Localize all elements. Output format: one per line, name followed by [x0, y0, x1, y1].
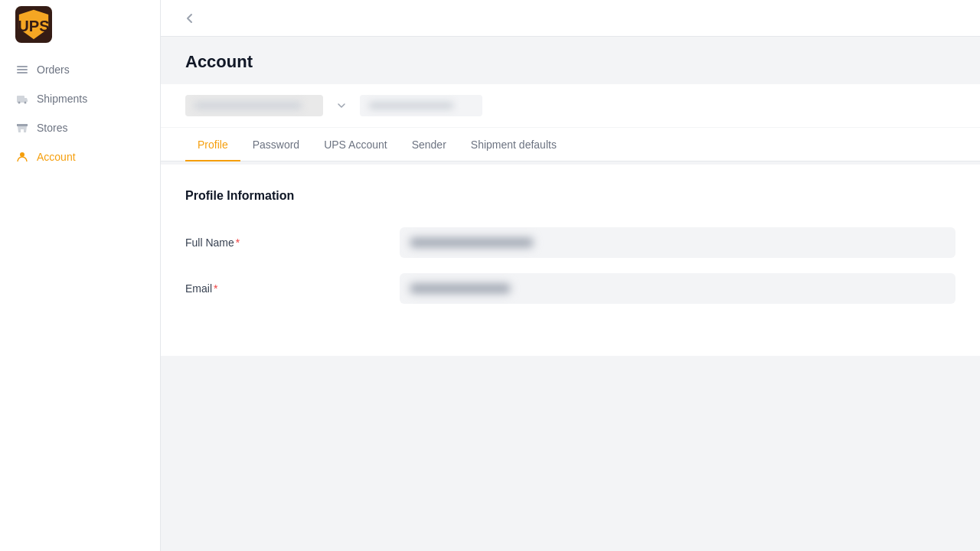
- svg-point-8: [18, 102, 21, 104]
- full-name-label: Full Name*: [185, 236, 400, 249]
- sidebar-logo: UPS: [0, 0, 160, 49]
- sidebar-item-orders-label: Orders: [37, 64, 70, 76]
- tab-shipment-defaults[interactable]: Shipment defaults: [459, 128, 569, 161]
- page-header: Account: [161, 37, 980, 84]
- account-switcher-row: [161, 84, 980, 128]
- sidebar-item-account-label: Account: [37, 151, 76, 163]
- email-value-blurred: [410, 284, 510, 293]
- profile-section: Profile Information Full Name* Email*: [161, 165, 980, 356]
- svg-point-11: [20, 152, 24, 157]
- account-icon: [15, 150, 29, 164]
- account-email-blurred: [369, 102, 453, 109]
- tab-ups-account[interactable]: UPS Account: [312, 128, 400, 161]
- account-name-blurred: [194, 102, 302, 109]
- full-name-input-wrapper: [400, 227, 956, 258]
- email-input-wrapper: [400, 273, 956, 304]
- sidebar-item-stores-label: Stores: [37, 122, 67, 134]
- sidebar-item-shipments-label: Shipments: [37, 93, 87, 105]
- sidebar-item-shipments[interactable]: Shipments: [0, 84, 160, 113]
- account-card: Profile Password UPS Account Sender Ship…: [161, 84, 980, 161]
- sidebar-nav: Orders Shipments: [0, 49, 160, 551]
- sidebar: UPS Orders: [0, 0, 161, 551]
- orders-icon: [15, 63, 29, 77]
- top-bar: [161, 0, 980, 37]
- account-dropdown-button[interactable]: [332, 96, 351, 115]
- bottom-section: [161, 356, 980, 551]
- page-title: Account: [185, 52, 956, 72]
- full-name-required: *: [236, 236, 240, 249]
- sidebar-item-stores[interactable]: Stores: [0, 113, 160, 142]
- svg-rect-7: [17, 96, 24, 103]
- account-email-box: [360, 95, 482, 116]
- svg-point-9: [24, 102, 27, 104]
- main-content: Account Profile Password UPS Account Sen…: [161, 0, 980, 551]
- email-label: Email*: [185, 282, 400, 295]
- svg-rect-4: [17, 66, 28, 67]
- stores-icon: [15, 121, 29, 135]
- tabs-row: Profile Password UPS Account Sender Ship…: [161, 128, 980, 161]
- svg-rect-6: [17, 72, 28, 73]
- svg-rect-5: [17, 69, 28, 70]
- profile-section-title: Profile Information: [185, 189, 956, 203]
- tab-profile[interactable]: Profile: [185, 128, 240, 161]
- ups-logo-icon: UPS: [15, 6, 52, 43]
- sidebar-item-orders[interactable]: Orders: [0, 55, 160, 84]
- svg-text:UPS: UPS: [18, 18, 49, 34]
- back-button[interactable]: [179, 8, 201, 29]
- email-row: Email*: [185, 273, 956, 304]
- account-name-box: [185, 95, 323, 116]
- svg-rect-10: [21, 129, 24, 132]
- full-name-value-blurred: [410, 238, 533, 247]
- tab-password[interactable]: Password: [240, 128, 312, 161]
- tab-sender[interactable]: Sender: [400, 128, 459, 161]
- email-required: *: [214, 282, 217, 295]
- sidebar-item-account[interactable]: Account: [0, 142, 160, 171]
- shipments-icon: [15, 92, 29, 106]
- full-name-row: Full Name*: [185, 227, 956, 258]
